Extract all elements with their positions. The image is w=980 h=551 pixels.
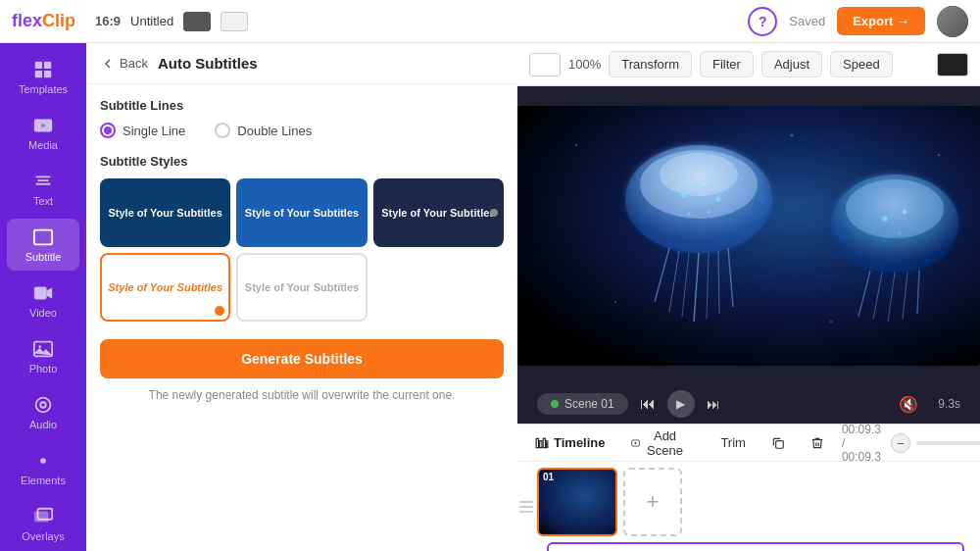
adjust-button[interactable]: Adjust (761, 51, 822, 77)
svg-point-26 (681, 191, 687, 197)
add-icon (631, 436, 640, 450)
right-color-swatch[interactable] (937, 53, 968, 76)
svg-rect-51 (776, 440, 784, 448)
svg-rect-0 (35, 62, 42, 69)
svg-point-38 (883, 216, 888, 221)
panel-title: Auto Subtitles (158, 55, 258, 72)
back-button[interactable]: Back (100, 56, 148, 72)
shape-btn-square[interactable] (220, 12, 248, 31)
timeline-toolbar: Timeline Add Scene Trim 00:09.3 (517, 425, 980, 462)
svg-point-10 (38, 345, 41, 348)
delete-icon (810, 436, 824, 450)
timeline-icon (535, 436, 549, 450)
svg-rect-6 (34, 230, 52, 245)
subtitle-style-0[interactable]: Style of Your Subtitles (100, 178, 230, 247)
export-button[interactable]: Export → (837, 7, 925, 35)
add-scene-button[interactable]: Add Scene (623, 425, 694, 462)
copy-icon (771, 436, 785, 450)
radio-double-line[interactable]: Double Lines (215, 123, 312, 138)
sidebar-item-overlays[interactable]: Overlays (7, 498, 79, 550)
add-audio-button[interactable]: Add Audio (547, 542, 964, 551)
svg-rect-2 (35, 71, 42, 77)
svg-rect-3 (44, 71, 51, 77)
generate-subtitles-button[interactable]: Generate Subtitles (100, 339, 504, 378)
zoom-track[interactable] (916, 441, 980, 445)
audio-icon (32, 394, 54, 416)
zoom-out-button[interactable]: – (891, 433, 910, 453)
svg-point-18 (660, 153, 738, 196)
svg-point-28 (716, 196, 721, 201)
timeline-button[interactable]: Timeline (527, 431, 613, 454)
mute-button[interactable]: 🔇 (899, 395, 918, 414)
copy-button[interactable] (763, 432, 793, 454)
subtitle-style-3[interactable]: Style of Your Subtitles (100, 253, 230, 322)
video-toolbar: 100% Transform Filter Adjust Speed (517, 43, 980, 86)
sidebar-label-text: Text (33, 195, 53, 207)
zoom-percent: 100% (568, 57, 601, 72)
style-0-text: Style of Your Subtitles (108, 207, 221, 219)
timeline-area: Timeline Add Scene Trim 00:09.3 (517, 424, 980, 551)
main-area: Templates Media Text Subtitle Video Phot… (0, 43, 980, 551)
svg-point-42 (791, 133, 794, 136)
delete-button[interactable] (803, 432, 832, 454)
sidebar-label-media: Media (28, 139, 58, 151)
back-label: Back (120, 56, 148, 71)
svg-rect-47 (540, 440, 542, 447)
scene-dot (551, 400, 559, 408)
timeline-tracks: 01 + Add Audio (531, 462, 980, 551)
subtitle-style-1[interactable]: Style of Your Subtitles (236, 178, 367, 247)
play-button[interactable]: ▶ (667, 390, 695, 418)
elements-icon (32, 450, 54, 472)
time-current: 00:09.3 (842, 423, 881, 436)
radio-single-circle (100, 123, 116, 138)
sidebar-item-photo[interactable]: Photo (7, 330, 79, 382)
subtitle-icon (32, 226, 54, 248)
speed-button[interactable]: Speed (830, 51, 893, 77)
sidebar-item-video[interactable]: Video (7, 275, 79, 326)
subtitle-lines-group: Single Line Double Lines (100, 123, 504, 138)
back-arrow-icon (100, 56, 116, 72)
help-button[interactable]: ? (748, 7, 777, 36)
text-icon (32, 171, 54, 192)
sidebar-label-audio: Audio (29, 419, 57, 430)
avatar[interactable] (937, 6, 968, 37)
subtitle-style-4[interactable]: Style of Your Subtitles (236, 253, 367, 322)
svg-point-32 (846, 179, 944, 238)
grid-icon (32, 59, 54, 80)
radio-single-line[interactable]: Single Line (100, 123, 185, 138)
svg-point-44 (614, 301, 616, 303)
add-scene-label: Add Scene (645, 428, 686, 458)
svg-rect-46 (536, 438, 538, 447)
style-1-text: Style of Your Subtitles (245, 207, 359, 219)
subtitle-style-2[interactable]: Style of Your Subtitles (373, 178, 504, 247)
sidebar-item-audio[interactable]: Audio (7, 386, 79, 438)
shape-btn-landscape[interactable] (183, 12, 211, 31)
sidebar-item-media[interactable]: Media (7, 107, 79, 159)
sidebar-item-subtitle[interactable]: Subtitle (7, 219, 79, 271)
sidebar-label-photo: Photo (29, 363, 58, 375)
style-2-text: Style of Your Subtitles (381, 207, 495, 219)
svg-rect-48 (543, 438, 545, 447)
svg-point-29 (687, 212, 691, 216)
sidebar-item-templates[interactable]: Templates (7, 51, 79, 103)
add-scene-thumb-button[interactable]: + (623, 468, 682, 536)
trim-button[interactable]: Trim (712, 431, 754, 454)
panel-header: Back Auto Subtitles (86, 43, 517, 84)
video-frame (517, 106, 980, 366)
color-swatch[interactable] (529, 53, 561, 76)
scene-thumbnail[interactable]: 01 (537, 468, 617, 536)
sidebar-item-elements[interactable]: Elements (7, 442, 79, 494)
svg-point-11 (40, 458, 46, 464)
jellyfish-background (517, 106, 980, 366)
fast-forward-button[interactable]: ⏭ (707, 396, 720, 412)
filter-button[interactable]: Filter (700, 51, 754, 77)
subtitle-styles-grid: Style of Your Subtitles Style of Your Su… (100, 178, 504, 322)
sidebar-item-text[interactable]: Text (7, 163, 79, 215)
transform-button[interactable]: Transform (609, 51, 692, 77)
svg-rect-12 (34, 512, 49, 523)
project-name[interactable]: Untitled (130, 14, 173, 28)
subtitle-styles-label: Subtitle Styles (100, 154, 504, 169)
rewind-button[interactable]: ⏮ (640, 395, 656, 413)
photo-icon (32, 338, 54, 360)
media-icon (32, 115, 54, 136)
